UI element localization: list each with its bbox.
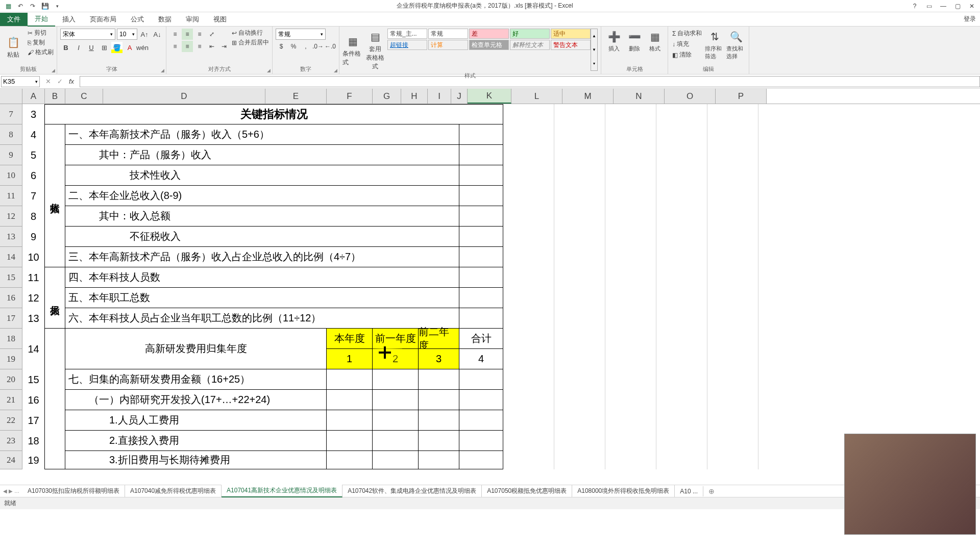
select-all-button[interactable] (0, 89, 22, 104)
cell-K24[interactable] (459, 451, 503, 469)
cell-K10[interactable] (459, 165, 503, 186)
row-header-9[interactable]: 9 (0, 145, 22, 165)
cell-A16[interactable]: 12 (22, 288, 45, 308)
align-top-button[interactable]: ≡ (169, 29, 181, 40)
enter-formula-icon[interactable]: ✓ (55, 77, 65, 87)
cell-A12[interactable]: 8 (22, 206, 45, 227)
cell-A11[interactable]: 7 (22, 186, 45, 206)
row-header-16[interactable]: 16 (0, 288, 22, 308)
fx-icon[interactable]: fx (66, 77, 77, 87)
cell-row11[interactable]: 二、本年企业总收入(8-9) (65, 186, 459, 206)
cell-B-income-label[interactable]: 收入指标 (45, 124, 65, 267)
number-format-combo[interactable]: 常规▾ (276, 29, 326, 40)
sheet-tab-a107030[interactable]: A107030抵扣应纳税所得额明细表 (22, 485, 125, 497)
row-header-18[interactable]: 18 (0, 329, 22, 349)
col-header-C[interactable]: C (65, 89, 103, 104)
col-header-F[interactable]: F (327, 89, 373, 104)
cell-year-num4[interactable]: 4 (459, 349, 503, 369)
align-right-button[interactable]: ≡ (194, 41, 205, 52)
sheet-tab-a107041[interactable]: A107041高新技术企业优惠情况及明细表 (222, 485, 342, 497)
cell-K23[interactable] (459, 431, 503, 451)
format-cells-button[interactable]: ▦格式 (645, 29, 665, 64)
decrease-indent-button[interactable]: ⇤ (206, 41, 217, 52)
clear-button[interactable]: ◧清除 (671, 50, 703, 60)
add-sheet-button[interactable]: ⊕ (703, 487, 720, 495)
maximize-button[interactable]: ▢ (951, 1, 964, 11)
tab-home[interactable]: 开始 (28, 12, 55, 27)
sheet-nav-next[interactable]: ▶ (9, 488, 13, 494)
style-neutral[interactable]: 适中 (551, 29, 591, 39)
col-header-G[interactable]: G (373, 89, 401, 104)
cell-F20[interactable] (327, 369, 373, 390)
increase-indent-button[interactable]: ⇥ (218, 41, 230, 52)
delete-cells-button[interactable]: ➖删除 (625, 29, 644, 64)
cell-K9[interactable] (459, 145, 503, 165)
cell-year-num1[interactable]: 1 (327, 349, 373, 369)
col-header-A[interactable]: A (22, 89, 45, 104)
cell-row10[interactable]: 技术性收入 (65, 165, 459, 186)
underline-button[interactable]: U (86, 42, 97, 53)
redo-icon[interactable]: ↷ (29, 2, 37, 10)
cell-A14[interactable]: 10 (22, 247, 45, 267)
row-header-21[interactable]: 21 (0, 390, 22, 410)
font-name-combo[interactable]: 宋体▾ (60, 29, 115, 40)
cell-title-row7[interactable]: 关键指标情况 (45, 104, 503, 124)
col-header-D[interactable]: D (103, 89, 265, 104)
cell-I20[interactable] (419, 369, 459, 390)
cell-row16[interactable]: 五、本年职工总数 (65, 288, 459, 308)
sheet-tab-a107040[interactable]: A107040减免所得税优惠明细表 (125, 485, 222, 497)
row-header-12[interactable]: 12 (0, 206, 22, 227)
cell-A20[interactable]: 15 (22, 369, 45, 390)
style-good[interactable]: 好 (510, 29, 550, 39)
tab-view[interactable]: 视图 (206, 13, 234, 26)
cell-I24[interactable] (419, 451, 459, 469)
ribbon-display-button[interactable]: ▭ (923, 1, 935, 11)
bold-button[interactable]: B (60, 42, 71, 53)
login-link[interactable]: 登录 (964, 15, 976, 23)
decrease-font-button[interactable]: A↓ (152, 29, 163, 40)
row-header-22[interactable]: 22 (0, 410, 22, 431)
font-dialog-launcher[interactable]: ◢ (161, 68, 164, 73)
cell-K20[interactable] (459, 369, 503, 390)
style-normal[interactable]: 常规 (428, 29, 468, 39)
cell-A13[interactable]: 9 (22, 227, 45, 247)
tab-file[interactable]: 文件 (0, 13, 28, 26)
cell-row9[interactable]: 其中：产品（服务）收入 (65, 145, 459, 165)
cell-A22[interactable]: 17 (22, 410, 45, 431)
copy-button[interactable]: ⎘复制 (28, 38, 54, 47)
col-header-N[interactable]: N (614, 89, 665, 104)
tab-data[interactable]: 数据 (151, 13, 179, 26)
cell-row23[interactable]: 2.直接投入费用 (65, 431, 327, 451)
accounting-format-button[interactable]: $ (276, 41, 287, 52)
tab-page-layout[interactable]: 页面布局 (83, 13, 124, 26)
cell-K16[interactable] (459, 288, 503, 308)
minimize-button[interactable]: — (937, 1, 949, 11)
col-L-area[interactable] (503, 104, 554, 469)
autosum-button[interactable]: Σ自动求和 (671, 29, 703, 38)
format-table-button[interactable]: ▤套用 表格格式 (365, 29, 385, 71)
sheet-tab-a10-more[interactable]: A10 ... (675, 486, 703, 496)
cell-row22[interactable]: 1.人员人工费用 (65, 410, 327, 431)
cell-B-personnel-label[interactable]: 人员指标 (45, 267, 65, 329)
cell-year-num3[interactable]: 3 (419, 349, 459, 369)
font-size-combo[interactable]: 10▾ (117, 29, 137, 40)
row-header-10[interactable]: 10 (0, 165, 22, 186)
comma-button[interactable]: , (300, 41, 311, 52)
tab-insert[interactable]: 插入 (55, 13, 83, 26)
col-header-M[interactable]: M (562, 89, 614, 104)
row-header-23[interactable]: 23 (0, 431, 22, 451)
cell-A17[interactable]: 13 (22, 308, 45, 329)
cell-K22[interactable] (459, 410, 503, 431)
col-header-H[interactable]: H (401, 89, 428, 104)
col-N-area[interactable] (605, 104, 656, 469)
align-center-button[interactable]: ≡ (182, 41, 193, 52)
alignment-dialog-launcher[interactable]: ◢ (267, 68, 271, 73)
insert-cells-button[interactable]: ➕插入 (604, 29, 624, 64)
cell-year-prev2[interactable]: 前二年度 (419, 329, 459, 349)
cell-F24[interactable] (327, 451, 373, 469)
cell-I22[interactable] (419, 410, 459, 431)
col-header-K[interactable]: K (468, 89, 511, 104)
row-header-19[interactable]: 19 (0, 349, 22, 369)
cell-row14[interactable]: 三、本年高新技术产品（服务）收入占企业总收入的比例（4÷7） (65, 247, 459, 267)
row-header-15[interactable]: 15 (0, 267, 22, 288)
